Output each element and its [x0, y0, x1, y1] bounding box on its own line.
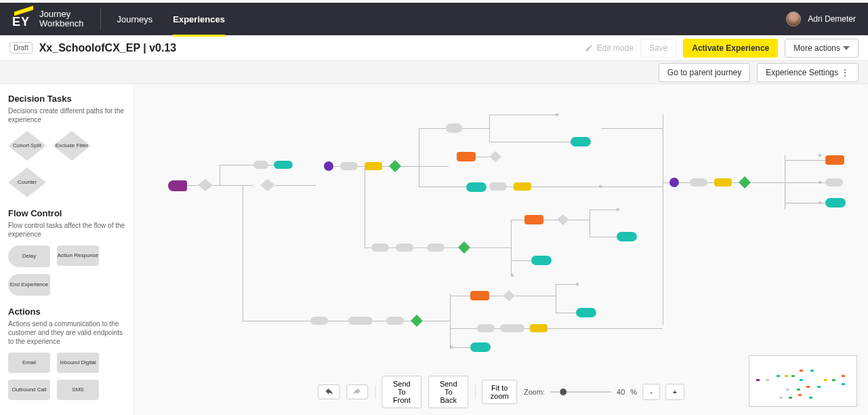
zoom-slider[interactable]: [550, 391, 611, 393]
send-to-front-button[interactable]: Send To Front: [381, 376, 421, 408]
shape-delay[interactable]: Delay: [8, 245, 50, 267]
shape-exclude-filter[interactable]: Exclude Filter: [53, 131, 91, 161]
node-delay[interactable]: [310, 317, 328, 325]
node-delay[interactable]: [253, 161, 268, 169]
node-action-response[interactable]: [427, 243, 445, 252]
node-action-response[interactable]: [386, 317, 404, 325]
go-to-parent-journey-button[interactable]: Go to parent journey: [659, 63, 750, 82]
node-delay[interactable]: [446, 123, 462, 133]
user-menu[interactable]: Adri Demeter: [786, 12, 856, 26]
zoom-label: Zoom:: [524, 388, 545, 396]
node-start[interactable]: [168, 180, 187, 191]
brand: EY Journey Workbench: [12, 9, 84, 29]
node-email[interactable]: [524, 215, 543, 224]
journey-canvas[interactable]: Send To Front Send To Back Fit to zoom Z…: [134, 84, 868, 415]
node-delay[interactable]: [477, 324, 495, 332]
pencil-icon: [585, 44, 593, 52]
send-to-back-button[interactable]: Send To Back: [428, 376, 468, 408]
zoom-out-button[interactable]: -: [642, 384, 660, 400]
connector-dot[interactable]: [450, 346, 453, 349]
edit-mode-toggle[interactable]: Edit mode: [585, 43, 634, 53]
node-action[interactable]: [714, 178, 732, 186]
connector-dot[interactable]: [556, 113, 558, 116]
node-action[interactable]: [530, 324, 547, 332]
shape-email[interactable]: Email: [8, 353, 50, 373]
node-email[interactable]: [470, 291, 489, 300]
activate-experience-button[interactable]: Activate Experience: [683, 39, 778, 58]
node-action[interactable]: [514, 182, 531, 191]
node-delay[interactable]: [825, 178, 843, 186]
node-decision[interactable]: [458, 241, 470, 254]
node-journey[interactable]: [669, 178, 679, 187]
shape-end-experience[interactable]: End Experience: [8, 274, 50, 296]
node-decision[interactable]: [411, 315, 423, 327]
node-decision[interactable]: [557, 214, 569, 225]
task-palette[interactable]: Decision Tasks Decisions create differen…: [0, 84, 134, 415]
connector-dot[interactable]: [617, 208, 619, 211]
shape-cohort-split[interactable]: Cohort Split: [8, 131, 46, 161]
node-end[interactable]: [617, 232, 637, 241]
node-end[interactable]: [274, 161, 293, 169]
main-nav: Journeys Experiences: [117, 2, 225, 37]
experience-settings-button[interactable]: Experience Settings⋮: [757, 63, 859, 82]
connector-dot[interactable]: [819, 181, 821, 184]
node-action-response[interactable]: [348, 317, 373, 325]
node-end[interactable]: [825, 198, 846, 208]
save-button[interactable]: Save: [640, 39, 676, 58]
node-action[interactable]: [365, 162, 382, 170]
shape-outbound-call[interactable]: Outbound Call: [8, 380, 50, 400]
connector-dot[interactable]: [511, 274, 514, 277]
node-decision[interactable]: [739, 176, 751, 189]
node-decision[interactable]: [489, 151, 501, 162]
shape-action-response[interactable]: Action Response: [57, 245, 99, 266]
fit-to-zoom-button[interactable]: Fit to zoom: [482, 380, 517, 404]
node-decision[interactable]: [389, 160, 401, 172]
node-end[interactable]: [576, 308, 596, 317]
node-email[interactable]: [825, 155, 844, 165]
experience-title: Xx_SchoolofCX_EP | v0.13: [39, 42, 177, 54]
connector-dot[interactable]: [819, 201, 821, 204]
avatar: [786, 12, 801, 26]
chevron-down-icon: [843, 46, 850, 50]
canvas-toolbar: Send To Front Send To Back Fit to zoom Z…: [318, 376, 685, 408]
shape-sms[interactable]: SMS: [57, 380, 99, 400]
group-desc-flow: Flow control tasks affect the flow of th…: [8, 221, 125, 239]
node-delay[interactable]: [371, 243, 389, 252]
more-actions-button[interactable]: More actions: [785, 39, 859, 58]
group-title-decision: Decision Tasks: [8, 94, 125, 104]
nav-journeys[interactable]: Journeys: [117, 2, 153, 37]
redo-button[interactable]: [346, 384, 368, 399]
kebab-icon: ⋮: [841, 68, 850, 77]
node-email[interactable]: [457, 152, 476, 161]
group-title-flow: Flow Control: [8, 208, 125, 218]
node-delay[interactable]: [489, 182, 507, 191]
ey-logo: EY: [12, 9, 33, 29]
group-desc-decision: Decisions create different paths for the…: [8, 106, 125, 124]
node-decision[interactable]: [503, 290, 515, 301]
app-header: EY Journey Workbench Journeys Experience…: [0, 0, 868, 35]
zoom-in-button[interactable]: +: [665, 384, 684, 400]
node-end[interactable]: [571, 137, 591, 146]
shape-inbound-digital[interactable]: Inbound Digital: [57, 353, 99, 373]
zoom-unit: %: [630, 388, 637, 396]
node-end[interactable]: [531, 256, 552, 265]
main-area: Decision Tasks Decisions create differen…: [0, 84, 868, 415]
node-journey[interactable]: [324, 161, 333, 171]
group-title-actions: Actions: [8, 307, 125, 317]
connector-dot[interactable]: [819, 154, 821, 157]
connector-dot[interactable]: [576, 283, 579, 285]
node-end[interactable]: [470, 342, 491, 352]
node-action-response[interactable]: [500, 324, 524, 332]
node-delay[interactable]: [690, 178, 707, 186]
node-end[interactable]: [466, 182, 487, 192]
zoom-handle[interactable]: [560, 389, 566, 395]
node-decision[interactable]: [260, 179, 275, 191]
shape-counter[interactable]: Counter: [8, 167, 46, 197]
user-name: Adri Demeter: [808, 14, 856, 24]
node-delay[interactable]: [340, 162, 358, 170]
node-decision[interactable]: [198, 179, 213, 191]
minimap[interactable]: [749, 355, 857, 407]
nav-experiences[interactable]: Experiences: [173, 2, 225, 37]
undo-button[interactable]: [318, 384, 339, 399]
node-action-response[interactable]: [396, 243, 413, 252]
